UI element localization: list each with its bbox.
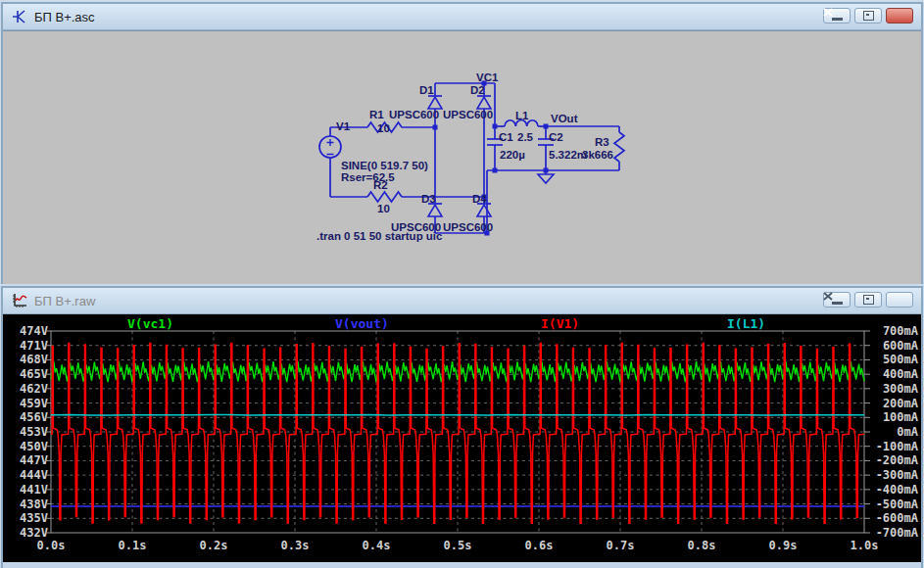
schematic-label[interactable]: VOut <box>551 113 578 124</box>
restore-icon <box>863 11 874 21</box>
schematic-label[interactable]: 10 <box>377 122 390 134</box>
resistor-symbol[interactable] <box>367 192 402 202</box>
schematic-label[interactable]: UPSC600 <box>443 221 493 233</box>
source-polarity-marks <box>327 139 334 155</box>
schematic-label[interactable]: 220µ <box>500 149 525 161</box>
schematic-label[interactable]: D3 <box>421 193 436 205</box>
schematic-label[interactable]: R2 <box>373 179 388 191</box>
minimize-icon <box>832 18 843 21</box>
close-button[interactable] <box>886 8 913 24</box>
schematic-window-title: БП В+.asc <box>34 10 95 24</box>
waveform-canvas[interactable]: V(vc1)V(vout)I(V1)I(L1) 474V471V468V465V… <box>3 314 921 562</box>
ground-symbol[interactable] <box>538 174 554 183</box>
schematic-label[interactable]: SINE(0 519.7 50) <box>341 160 428 171</box>
schematic-label[interactable]: V1 <box>336 120 351 132</box>
window-frame-filler <box>3 562 921 568</box>
waveform-window: БП В+.raw V(vc1)V(vout)I(V1)I(L1) 474V47… <box>1 286 923 568</box>
schematic-label[interactable]: UPSC600 <box>443 109 493 120</box>
ltspice-schematic-icon <box>11 8 28 25</box>
restore-button[interactable] <box>854 8 882 24</box>
schematic-label[interactable]: UPSC600 <box>389 109 439 120</box>
schematic-label[interactable]: .tran 0 51 50 startup uic <box>316 230 443 242</box>
diode-symbol[interactable] <box>477 97 491 109</box>
schematic-label[interactable]: C1 <box>499 131 513 143</box>
trace-il1[interactable] <box>51 414 864 415</box>
schematic-label[interactable]: R3 <box>595 136 609 148</box>
restore-button[interactable] <box>854 292 882 308</box>
schematic-label[interactable]: D2 <box>470 84 485 96</box>
schematic-canvas[interactable]: V1SINE(0 519.7 50)Rser=62.5R1UPSC600UPSC… <box>3 30 921 284</box>
close-icon <box>823 8 833 17</box>
junction-dot <box>433 125 438 130</box>
resistor-symbol[interactable] <box>614 132 624 162</box>
schematic-label[interactable]: D1 <box>419 84 434 96</box>
schematic-label[interactable]: R1 <box>369 109 384 120</box>
schematic-label[interactable]: L1 <box>515 110 529 121</box>
waveform-file-icon <box>11 292 28 309</box>
schematic-label[interactable]: D4 <box>472 193 487 205</box>
schematic-label[interactable]: 3k666 <box>582 149 613 161</box>
junction-dot <box>493 168 498 173</box>
schematic-label[interactable]: 2.5 <box>517 131 534 143</box>
restore-icon <box>863 295 874 305</box>
diode-symbol[interactable] <box>428 205 442 216</box>
schematic-label[interactable]: VC1 <box>476 71 499 83</box>
waveform-titlebar[interactable]: БП В+.raw <box>3 288 921 314</box>
junction-dot <box>544 168 549 173</box>
schematic-window: БП В+.asc V1SINE(0 519.7 50)Rser=62.5R1U… <box>1 2 923 284</box>
schematic-label[interactable]: C2 <box>549 131 563 143</box>
junction-dot <box>493 124 498 129</box>
schematic-label[interactable]: 10 <box>377 203 390 214</box>
diode-symbol[interactable] <box>428 97 442 109</box>
schematic-titlebar[interactable]: БП В+.asc <box>3 4 921 30</box>
close-icon <box>823 292 833 301</box>
close-button[interactable] <box>886 292 913 308</box>
minimize-icon <box>832 302 843 305</box>
junction-dot <box>544 124 549 129</box>
diode-symbol[interactable] <box>477 205 491 216</box>
waveform-window-title: БП В+.raw <box>34 294 95 308</box>
